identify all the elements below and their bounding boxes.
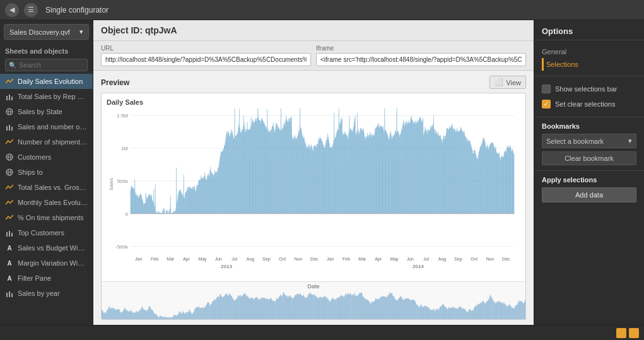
svg-text:Nov: Nov	[486, 257, 495, 261]
svg-text:May: May	[198, 257, 207, 262]
content-area: Object ID: qtpJwA URL Iframe Preview ⬜ V…	[93, 20, 534, 325]
url-label: URL	[101, 45, 311, 52]
sidebar-item-monthly-sales[interactable]: Monthly Sales Evolution	[0, 195, 93, 210]
sidebar-item-filter-pane[interactable]: AFilter Pane	[0, 271, 93, 286]
search-icon: 🔍	[9, 62, 16, 69]
options-panel: Options General Selections Show selectio…	[534, 20, 644, 325]
svg-rect-0	[6, 96, 8, 100]
sidebar-item-top-customers[interactable]: Top Customers	[0, 225, 93, 240]
globe-icon	[5, 168, 14, 177]
set-clear-selections-checkbox[interactable]: ✓	[542, 100, 551, 108]
svg-text:-500k: -500k	[115, 244, 129, 250]
sidebar: Sales Discovery.qvf ▾ Sheets and objects…	[0, 20, 93, 325]
sidebar-item-label: Top Customers	[18, 229, 64, 237]
menu-icon[interactable]: ☰	[24, 3, 38, 17]
sidebar-item-sales-state[interactable]: Sales by State	[0, 104, 93, 119]
status-icon-2	[629, 328, 639, 338]
svg-rect-18	[6, 293, 8, 297]
svg-rect-7	[9, 125, 10, 131]
svg-rect-15	[6, 232, 8, 237]
mini-chart-svg	[102, 291, 525, 319]
sidebar-item-total-sales[interactable]: Total Sales by Rep and ...	[0, 89, 93, 104]
url-input[interactable]	[101, 53, 311, 66]
A-icon: A	[5, 259, 14, 267]
svg-rect-6	[6, 126, 8, 131]
svg-text:Feb: Feb	[342, 257, 350, 261]
sidebar-item-label: Margin Variation Widget	[18, 259, 88, 267]
show-selections-checkbox[interactable]	[542, 85, 551, 93]
app-title: Single configurator	[45, 6, 108, 15]
svg-text:Jan: Jan	[135, 257, 142, 261]
sidebar-section-title: Sheets and objects	[0, 44, 93, 57]
sidebar-item-shipments[interactable]: Number of shipments ...	[0, 134, 93, 149]
globe-icon	[5, 153, 14, 161]
top-bar: ◀ ☰ Single configurator	[0, 0, 644, 20]
chart-title: Daily Sales	[107, 98, 520, 106]
svg-text:May: May	[390, 257, 399, 262]
svg-text:Oct: Oct	[279, 257, 286, 261]
bookmark-placeholder: Select a bookmark	[546, 138, 604, 145]
sidebar-item-daily-sales[interactable]: Daily Sales Evolution	[0, 74, 93, 89]
general-nav-item[interactable]: General	[542, 45, 636, 58]
add-data-button[interactable]: Add data	[542, 187, 636, 202]
options-nav: General Selections	[534, 40, 644, 76]
A-icon: A	[5, 243, 14, 252]
svg-text:Apr: Apr	[375, 257, 382, 262]
svg-text:2013: 2013	[221, 264, 232, 269]
app-selector[interactable]: Sales Discovery.qvf ▾	[4, 24, 89, 40]
apply-title: Apply selections	[542, 176, 636, 184]
sidebar-item-total-gross[interactable]: Total Sales vs. Gross P...	[0, 180, 93, 195]
sidebar-item-label: Monthly Sales Evolution	[18, 199, 88, 206]
line-icon	[5, 77, 14, 86]
set-clear-selections-label: Set clear selections	[555, 100, 615, 108]
svg-rect-8	[11, 127, 13, 131]
iframe-input[interactable]	[316, 53, 526, 66]
svg-text:Jun: Jun	[215, 257, 222, 261]
sidebar-item-sales-year[interactable]: Sales by year	[0, 286, 93, 301]
svg-rect-2	[11, 97, 13, 100]
date-label: Date	[102, 282, 525, 291]
mini-chart: Date	[102, 281, 525, 319]
svg-rect-17	[11, 233, 13, 237]
bookmark-select[interactable]: Select a bookmark ▾	[542, 134, 636, 148]
line-icon	[5, 213, 14, 222]
nav-back-icon[interactable]: ◀	[5, 3, 19, 17]
svg-text:500k: 500k	[117, 179, 129, 184]
clear-bookmark-button[interactable]: Clear bookmark	[542, 151, 636, 165]
sidebar-item-budget-widget[interactable]: ASales vs Budget Widget	[0, 240, 93, 255]
sidebar-item-margin-widget[interactable]: AMargin Variation Widget	[0, 255, 93, 271]
svg-text:2014: 2014	[413, 264, 424, 269]
sidebar-item-sales-number[interactable]: Sales and number of c...	[0, 119, 93, 134]
svg-text:Feb: Feb	[151, 257, 158, 261]
selections-options: Show selections bar ✓ Set clear selectio…	[534, 76, 644, 117]
sidebar-item-label: % On time shipments	[18, 214, 84, 221]
bookmarks-section: Bookmarks Select a bookmark ▾ Clear book…	[534, 117, 644, 171]
search-input[interactable]	[19, 61, 84, 69]
sidebar-item-ships-to[interactable]: Ships to	[0, 165, 93, 180]
svg-text:Sales: Sales	[108, 178, 114, 191]
preview-header: Preview ⬜ View	[101, 76, 526, 89]
bar-icon	[5, 122, 14, 131]
sidebar-item-on-time[interactable]: % On time shipments	[0, 210, 93, 225]
app-selector-label: Sales Discovery.qvf	[9, 28, 70, 36]
url-field: URL	[101, 45, 311, 66]
chart-container: Daily Sales 1.5M1M500k0-500kSalesJanFebM…	[101, 93, 526, 320]
show-selections-label: Show selections bar	[555, 85, 617, 93]
svg-text:Jul: Jul	[423, 257, 429, 261]
view-button[interactable]: ⬜ View	[489, 76, 526, 89]
globe-icon	[5, 107, 14, 116]
view-icon: ⬜	[495, 78, 503, 86]
svg-text:Apr: Apr	[183, 257, 190, 262]
sidebar-search-box[interactable]: 🔍	[5, 59, 88, 71]
svg-rect-1	[9, 95, 10, 100]
bar-icon	[5, 289, 14, 298]
sidebar-item-customers[interactable]: Customers	[0, 149, 93, 165]
url-row: URL Iframe	[93, 41, 534, 71]
sidebar-item-label: Ships to	[18, 168, 43, 176]
apply-section: Apply selections Add data	[534, 171, 644, 208]
checkmark-icon: ✓	[544, 101, 549, 107]
options-title: Options	[534, 20, 644, 40]
bar-icon	[5, 92, 14, 101]
chevron-down-icon: ▾	[79, 28, 83, 36]
selections-nav-item[interactable]: Selections	[542, 58, 636, 71]
